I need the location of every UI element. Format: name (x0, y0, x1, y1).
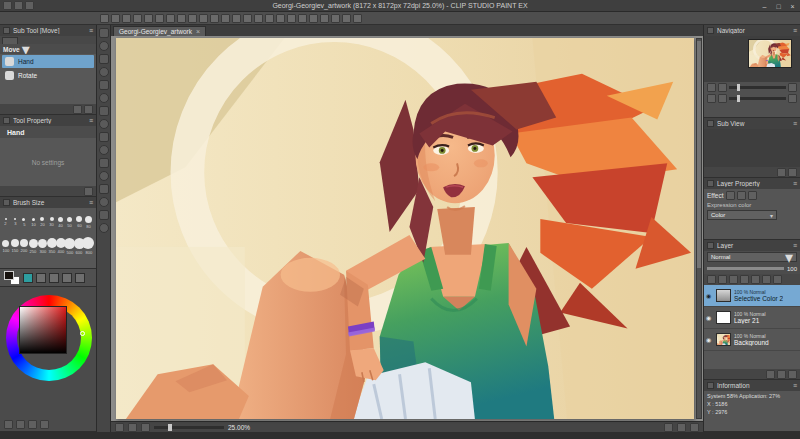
brush-size-option[interactable]: 80 (84, 210, 93, 234)
tool-icon[interactable] (99, 93, 109, 103)
vertical-scrollbar[interactable] (696, 38, 702, 419)
vertical-scrollbar-thumb[interactable] (697, 41, 701, 268)
color-chip[interactable] (23, 273, 33, 283)
information-header[interactable]: Information ≡ (704, 380, 800, 391)
brush-size-option[interactable]: 10 (29, 210, 38, 234)
brush-size-option[interactable]: 20 (38, 210, 47, 234)
zoom-in-icon[interactable] (141, 423, 150, 432)
close-button[interactable]: × (787, 3, 798, 10)
zoom-slider[interactable] (154, 426, 224, 429)
color-set-icon[interactable] (28, 420, 37, 429)
toolbar-icon[interactable] (298, 14, 307, 23)
new-layer-icon[interactable] (707, 275, 716, 284)
sub-tool-group-row[interactable]: Move ▾ (0, 44, 96, 54)
toolbar-icon[interactable] (353, 14, 362, 23)
toolbar-icon[interactable] (133, 14, 142, 23)
sub-view-header[interactable]: Sub View ≡ (704, 118, 800, 129)
tool-icon[interactable] (99, 223, 109, 233)
tool-icon[interactable] (99, 54, 109, 64)
tool-icon[interactable] (99, 119, 109, 129)
effect-border-icon[interactable] (726, 191, 735, 200)
panel-menu-icon[interactable]: ≡ (89, 27, 93, 34)
nav-rotate-slider[interactable] (729, 97, 786, 100)
toolbar-icon[interactable] (210, 14, 219, 23)
tool-property-header[interactable]: Tool Property ≡ (0, 115, 96, 126)
brush-size-option[interactable]: 30 (47, 210, 56, 234)
sub-view-eyedropper-icon[interactable] (788, 168, 797, 177)
eye-icon[interactable]: ◉ (706, 292, 713, 299)
blend-mode-dropdown[interactable]: Normal ▾ (707, 252, 797, 262)
navigate-icon[interactable] (115, 423, 124, 432)
panel-menu-icon[interactable]: ≡ (793, 242, 797, 249)
nav-rotate-left-icon[interactable] (707, 94, 716, 103)
nav-fit-icon[interactable] (788, 83, 797, 92)
tool-icon[interactable] (99, 28, 109, 38)
tab-close-icon[interactable]: × (196, 28, 200, 35)
toolbar-icon[interactable] (254, 14, 263, 23)
lock-transparency-icon[interactable] (751, 275, 760, 284)
saturation-value-square[interactable] (19, 306, 67, 354)
toolbar-icon[interactable] (100, 14, 109, 23)
toolbar-icon[interactable] (342, 14, 351, 23)
document-tab[interactable]: Georgi-Georgiev_artwork × (113, 26, 206, 36)
toolbar-icon[interactable] (309, 14, 318, 23)
brush-size-option[interactable]: 60 (75, 210, 84, 234)
add-sub-tool-icon[interactable] (73, 105, 82, 114)
toolbar-icon[interactable] (287, 14, 296, 23)
artwork-canvas[interactable] (116, 38, 694, 419)
delete-layer-icon[interactable] (773, 275, 782, 284)
sub-tool-header[interactable]: Sub Tool [Move] ≡ (0, 25, 96, 36)
nav-zoom-slider[interactable] (729, 86, 786, 89)
layer-thumbnail[interactable] (716, 289, 731, 302)
panel-menu-icon[interactable]: ≡ (89, 199, 93, 206)
brush-size-option[interactable]: 100 (1, 234, 10, 258)
set-reference-icon[interactable] (762, 275, 771, 284)
tool-icon[interactable] (99, 210, 109, 220)
maximize-button[interactable]: □ (773, 3, 784, 10)
navigator-preview[interactable] (704, 36, 800, 82)
tool-icon[interactable] (99, 41, 109, 51)
color-swatch-pair[interactable] (4, 271, 20, 285)
toolbar-icon[interactable] (232, 14, 241, 23)
tool-icon[interactable] (99, 67, 109, 77)
brush-size-option[interactable]: 2 (1, 210, 10, 234)
lock-layer-icon[interactable] (740, 275, 749, 284)
nav-zoom-in-icon[interactable] (718, 83, 727, 92)
color-chip[interactable] (62, 273, 72, 283)
reset-view-icon[interactable] (690, 423, 699, 432)
layer-thumbnail[interactable] (716, 311, 731, 324)
layer-row[interactable]: ◉ 100 % Normal Background (704, 329, 800, 351)
navigator-header[interactable]: Navigator ≡ (704, 25, 800, 36)
layer-property-header[interactable]: Layer Property ≡ (704, 178, 800, 189)
brush-size-option[interactable]: 200 (19, 234, 28, 258)
brush-size-option[interactable]: 3 (10, 210, 19, 234)
zoom-out-icon[interactable] (128, 423, 137, 432)
toolbar-icon[interactable] (331, 14, 340, 23)
tool-icon[interactable] (99, 106, 109, 116)
panel-menu-icon[interactable]: ≡ (793, 180, 797, 187)
panel-menu-icon[interactable]: ≡ (89, 117, 93, 124)
clip-to-layer-icon[interactable] (729, 275, 738, 284)
toolbar-icon[interactable] (243, 14, 252, 23)
expression-color-dropdown[interactable]: Color ▾ (707, 210, 777, 220)
brush-size-option[interactable]: 300 (38, 234, 47, 258)
color-slider-mode-icon[interactable] (16, 420, 25, 429)
toolbar-icon[interactable] (144, 14, 153, 23)
tool-icon[interactable] (99, 197, 109, 207)
eye-icon[interactable]: ◉ (706, 336, 713, 343)
tool-icon[interactable] (99, 184, 109, 194)
layer-row[interactable]: ◉ 100 % Normal Selective Color 2 (704, 285, 800, 307)
toolbar-icon[interactable] (177, 14, 186, 23)
brush-size-option[interactable]: 800 (84, 234, 93, 258)
color-wheel-mode-icon[interactable] (4, 420, 13, 429)
color-chip[interactable] (75, 273, 85, 283)
transfer-icon[interactable] (777, 370, 786, 379)
effect-layer-color-icon[interactable] (748, 191, 757, 200)
brush-size-option[interactable]: 5 (19, 210, 28, 234)
toolbar-icon[interactable] (320, 14, 329, 23)
hue-cursor[interactable] (80, 331, 85, 336)
panel-menu-icon[interactable]: ≡ (793, 27, 797, 34)
nav-zoom-out-icon[interactable] (707, 83, 716, 92)
delete-sub-tool-icon[interactable] (84, 105, 93, 114)
wrench-icon[interactable] (84, 187, 93, 196)
